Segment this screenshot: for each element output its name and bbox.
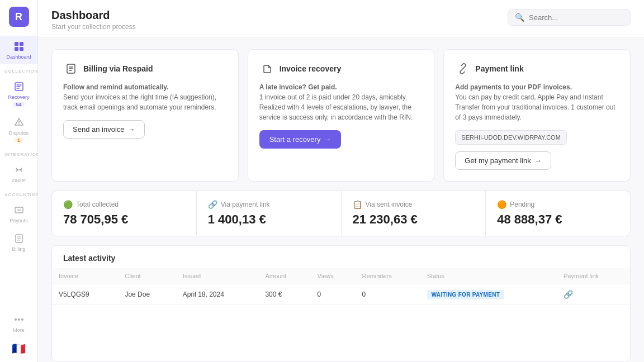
send-invoice-arrow: → xyxy=(128,125,135,134)
table-body: V5LQGS9 Joe Doe April 18, 2024 300 € 0 0… xyxy=(52,284,630,305)
billing-card: Billing via Respaid Follow and remind au… xyxy=(51,49,239,182)
payment-link-card-header: Payment link xyxy=(455,61,619,77)
header-left: Dashboard Start your collection process xyxy=(51,9,136,31)
sidebar: R Dashboard COLLECTION Rec xyxy=(0,0,38,362)
table-header: Invoice Client Issued Amount Views Remin… xyxy=(52,268,630,284)
recovery-icon xyxy=(13,80,25,93)
row-issued: April 18, 2024 xyxy=(176,284,259,305)
svg-point-10 xyxy=(21,318,23,321)
billing-icon xyxy=(13,232,25,245)
search-bar[interactable]: 🔍 xyxy=(508,9,631,26)
row-status: WAITING FOR PAYMENT xyxy=(420,284,557,305)
sidebar-item-billing[interactable]: Billing xyxy=(0,228,37,256)
stat-pending-label: 🟠 Pending xyxy=(497,200,619,209)
col-invoice: Invoice xyxy=(52,268,118,284)
header: Dashboard Start your collection process … xyxy=(38,0,644,38)
col-status: Status xyxy=(420,268,557,284)
sidebar-item-dashboard-label: Dashboard xyxy=(6,54,31,60)
billing-card-header: Billing via Respaid xyxy=(63,61,227,77)
svg-rect-2 xyxy=(15,47,18,51)
col-issued: Issued xyxy=(176,268,259,284)
svg-point-8 xyxy=(15,318,17,321)
more-icon xyxy=(13,313,25,326)
sidebar-item-payouts-label: Payouts xyxy=(10,218,28,223)
zapier-icon xyxy=(13,164,25,176)
get-payment-link-arrow: → xyxy=(534,156,542,165)
send-invoice-button[interactable]: Send an invoice → xyxy=(63,120,145,139)
sidebar-item-payouts[interactable]: Payouts xyxy=(0,199,37,228)
sidebar-section-integrations: INTEGRATIONS xyxy=(0,152,43,157)
table-row: V5LQGS9 Joe Doe April 18, 2024 300 € 0 0… xyxy=(52,284,630,305)
sidebar-item-disputes[interactable]: Disputes 1 xyxy=(0,112,37,147)
row-client: Joe Doe xyxy=(118,284,176,305)
app-logo[interactable]: R xyxy=(9,7,29,27)
stats-row: 🟢 Total collected 78 705,95 € 🔗 Via paym… xyxy=(51,190,631,236)
recovery-badge: 54 xyxy=(13,102,24,107)
total-collected-icon: 🟢 xyxy=(63,200,73,209)
recovery-card-header: Invoice recovery xyxy=(259,61,423,77)
pending-icon: 🟠 xyxy=(497,200,506,209)
start-recovery-button[interactable]: Start a recovery → xyxy=(259,130,342,149)
sidebar-item-disputes-label: Disputes xyxy=(9,130,29,136)
payment-link-card-desc: Add payments to your PDF invoices. You c… xyxy=(455,82,619,122)
status-badge: WAITING FOR PAYMENT xyxy=(427,290,504,299)
activity-section: Latest activity Invoice Client Issued Am… xyxy=(51,245,631,362)
svg-point-5 xyxy=(18,123,20,125)
recovery-card-desc: A late invoice? Get paid. 1 invoice out … xyxy=(259,82,423,122)
svg-point-9 xyxy=(18,318,20,321)
stat-total-collected: 🟢 Total collected 78 705,95 € xyxy=(52,191,197,236)
row-amount: 300 € xyxy=(258,284,310,305)
recovery-card-icon xyxy=(259,61,275,77)
col-client: Client xyxy=(118,268,176,284)
sidebar-item-billing-label: Billing xyxy=(12,246,25,252)
sidebar-item-recovery-label: Recovery xyxy=(8,94,29,100)
send-invoice-label: Send an invoice xyxy=(73,125,125,134)
payment-link-url: SERHII-UDOD.DEV.WIDRPAY.COM xyxy=(455,130,566,145)
row-payment-link-icon[interactable]: 🔗 xyxy=(564,290,573,299)
svg-rect-1 xyxy=(20,42,23,46)
col-payment-link: Payment link xyxy=(557,268,630,284)
get-payment-link-button[interactable]: Get my payment link → xyxy=(455,151,551,170)
dashboard-icon xyxy=(13,40,25,53)
sidebar-section-collection: COLLECTION xyxy=(0,69,38,74)
language-flag[interactable]: 🇫🇷 xyxy=(12,342,26,355)
main-content: Dashboard Start your collection process … xyxy=(38,0,644,362)
sidebar-item-more[interactable]: More xyxy=(11,309,27,337)
billing-card-desc: Follow and remind automatically. Send yo… xyxy=(63,82,227,112)
page-title: Dashboard xyxy=(51,9,136,22)
cards-row: Billing via Respaid Follow and remind au… xyxy=(38,38,644,182)
billing-card-icon xyxy=(63,61,79,77)
sidebar-item-dashboard[interactable]: Dashboard xyxy=(0,36,37,64)
sidebar-item-zapier-label: Zapier xyxy=(12,178,26,183)
sidebar-item-more-label: More xyxy=(13,327,25,333)
stat-pending-value: 48 888,37 € xyxy=(497,212,619,227)
stat-payment-link-label: 🔗 Via payment link xyxy=(208,200,330,209)
row-views: 0 xyxy=(311,284,356,305)
col-views: Views xyxy=(311,268,356,284)
sidebar-section-accounting: ACCOUNTING xyxy=(0,192,39,197)
payment-link-card-icon xyxy=(455,61,471,77)
payouts-icon xyxy=(13,204,25,216)
stat-sent-invoice-value: 21 230,63 € xyxy=(353,212,475,227)
page-subtitle: Start your collection process xyxy=(51,23,136,31)
row-reminders: 0 xyxy=(356,284,420,305)
sent-invoice-icon: 📋 xyxy=(353,200,362,209)
start-recovery-label: Start a recovery xyxy=(269,135,321,144)
col-reminders: Reminders xyxy=(356,268,420,284)
col-amount: Amount xyxy=(258,268,310,284)
sidebar-bottom: More 🇫🇷 xyxy=(11,309,27,355)
sidebar-item-zapier[interactable]: Zapier xyxy=(0,159,37,188)
stat-payment-link-value: 1 400,13 € xyxy=(208,212,330,227)
payment-link-card-title: Payment link xyxy=(475,64,523,73)
recovery-card: Invoice recovery A late invoice? Get pai… xyxy=(248,49,435,182)
stat-pending: 🟠 Pending 48 888,37 € xyxy=(486,191,630,236)
sidebar-item-recovery[interactable]: Recovery 54 xyxy=(0,76,37,112)
search-input[interactable] xyxy=(529,13,623,22)
stat-total-label: 🟢 Total collected xyxy=(63,200,185,209)
activity-table: Invoice Client Issued Amount Views Remin… xyxy=(52,268,630,305)
row-payment-link: 🔗 xyxy=(557,284,630,305)
row-invoice: V5LQGS9 xyxy=(52,284,118,305)
stat-total-value: 78 705,95 € xyxy=(63,212,185,227)
svg-rect-3 xyxy=(20,47,23,51)
recovery-card-title: Invoice recovery xyxy=(280,64,342,73)
